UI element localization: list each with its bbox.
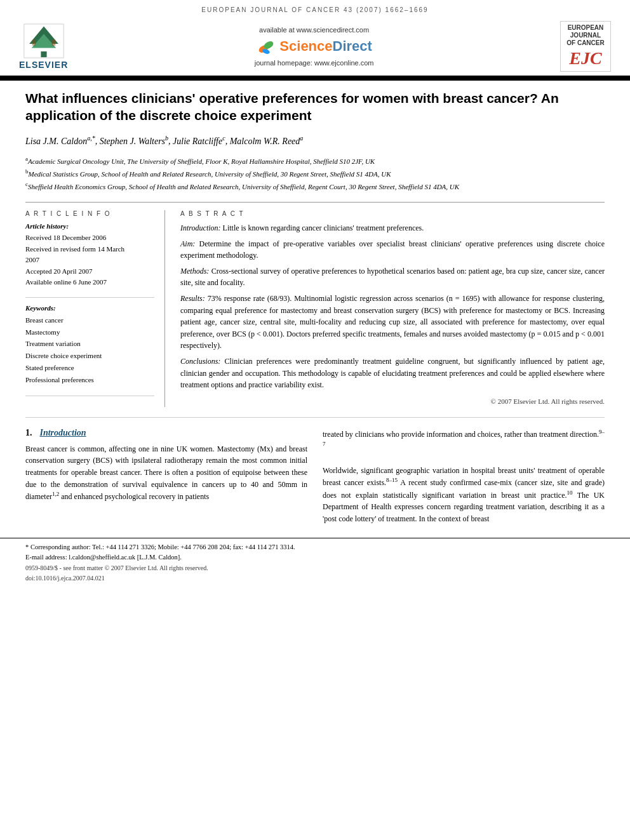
history-accepted: Accepted 20 April 2007	[25, 266, 154, 277]
abstract-aim: Aim: Determine the impact of pre-operati…	[180, 238, 605, 262]
email-note: E-mail address: l.caldon@sheffield.ac.uk…	[25, 552, 605, 563]
sciencedirect-icon	[256, 36, 276, 57]
sciencedirect-text: ScienceDirect	[279, 38, 372, 55]
article-history-label: Article history:	[25, 222, 154, 230]
journal-homepage: journal homepage: www.ejconline.com	[255, 59, 374, 67]
svg-rect-3	[32, 39, 36, 45]
abstract-intro-label: Introduction:	[180, 223, 221, 232]
intro-left-column: 1. Introduction Breast cancer is common,…	[25, 428, 307, 525]
authors: Lisa J.M. Caldona,*, Stephen J. Waltersb…	[25, 133, 605, 149]
abstract-results: Results: 73% response rate (68/93). Mult…	[180, 293, 605, 352]
abstract-methods-label: Methods:	[180, 267, 209, 276]
doi-note: doi:10.1016/j.ejca.2007.04.021	[25, 573, 605, 583]
main-content: What influences clinicians' operative pr…	[0, 81, 630, 525]
keyword-dce: Discrete choice experiment	[25, 350, 154, 362]
section-title: Introduction	[40, 428, 86, 438]
article-info-abstract-section: A R T I C L E I N F O Article history: R…	[25, 202, 605, 407]
journal-info-top: EUROPEAN JOURNAL OF CANCER 43 (2007) 166…	[0, 0, 630, 17]
history-online: Available online 6 June 2007	[25, 277, 154, 288]
affiliation-b: bMedical Statistics Group, School of Hea…	[25, 168, 605, 179]
corresponding-author-note: * Corresponding author: Tel.: +44 114 27…	[25, 542, 605, 553]
journal-citation: EUROPEAN JOURNAL OF CANCER 43 (2007) 166…	[201, 6, 428, 13]
history-received: Received 18 December 2006	[25, 232, 154, 244]
affiliation-a: aAcademic Surgical Oncology Unit, The Un…	[25, 155, 605, 166]
elsevier-wordmark: ELSEVIER	[19, 60, 68, 70]
article-info-column: A R T I C L E I N F O Article history: R…	[25, 210, 165, 407]
affiliation-c: cSheffield Health Economics Group, Schoo…	[25, 180, 605, 192]
abstract-results-label: Results:	[180, 294, 205, 303]
center-header-info: available at www.sciencedirect.com Scien…	[255, 26, 374, 67]
intro-right-column: treated by clinicians who provide inform…	[323, 428, 605, 525]
abstract-text: Introduction: Little is known regarding …	[180, 222, 605, 407]
abstract-methods: Methods: Cross-sectional survey of opera…	[180, 265, 605, 289]
keywords-section: Keywords: Breast cancer Mastectomy Treat…	[25, 297, 154, 385]
abstract-conclusions: Conclusions: Clinician preferences were …	[180, 356, 605, 391]
abstract-column: A B S T R A C T Introduction: Little is …	[180, 210, 605, 407]
abstract-aim-label: Aim:	[180, 239, 195, 248]
introduction-section: 1. Introduction Breast cancer is common,…	[25, 428, 605, 525]
elsevier-logo: ELSEVIER	[19, 23, 68, 70]
section-number: 1.	[25, 428, 32, 438]
available-text: available at www.sciencedirect.com	[259, 26, 369, 34]
intro-right-text: treated by clinicians who provide inform…	[323, 428, 605, 525]
keyword-professional-preferences: Professional preferences	[25, 374, 154, 386]
intro-heading: 1. Introduction	[25, 428, 307, 438]
intro-divider	[25, 417, 605, 418]
keywords-label: Keywords:	[25, 304, 154, 312]
intro-left-text: Breast cancer is common, affecting one i…	[25, 443, 307, 503]
article-title: What influences clinicians' operative pr…	[25, 90, 605, 124]
abstract-header: A B S T R A C T	[180, 210, 605, 217]
header-logos: ELSEVIER available at www.sciencedirect.…	[0, 17, 630, 77]
keyword-mastectomy: Mastectomy	[25, 326, 154, 338]
sciencedirect-logo: ScienceDirect	[256, 36, 372, 57]
ejc-logo: EUROPEANJOURNALOF CANCER EJC	[560, 21, 611, 72]
keyword-stated-preference: Stated preference	[25, 362, 154, 374]
keyword-breast-cancer: Breast cancer	[25, 314, 154, 326]
keyword-treatment-variation: Treatment variation	[25, 338, 154, 350]
footer-notes: * Corresponding author: Tel.: +44 114 27…	[0, 538, 630, 584]
copyright-notice: © 2007 Elsevier Ltd. All rights reserved…	[180, 396, 605, 407]
elsevier-tree-icon	[22, 23, 66, 58]
article-info-header: A R T I C L E I N F O	[25, 210, 154, 217]
affiliations: aAcademic Surgical Oncology Unit, The Un…	[25, 155, 605, 192]
issn-note: 0959-8049/$ - see front matter © 2007 El…	[25, 563, 605, 573]
page: EUROPEAN JOURNAL OF CANCER 43 (2007) 166…	[0, 0, 630, 840]
svg-rect-0	[41, 51, 46, 57]
abstract-introduction: Introduction: Little is known regarding …	[180, 222, 605, 234]
abstract-conclusions-label: Conclusions:	[180, 357, 220, 366]
svg-rect-4	[51, 39, 55, 45]
history-revised: Received in revised form 14 March2007	[25, 244, 154, 266]
